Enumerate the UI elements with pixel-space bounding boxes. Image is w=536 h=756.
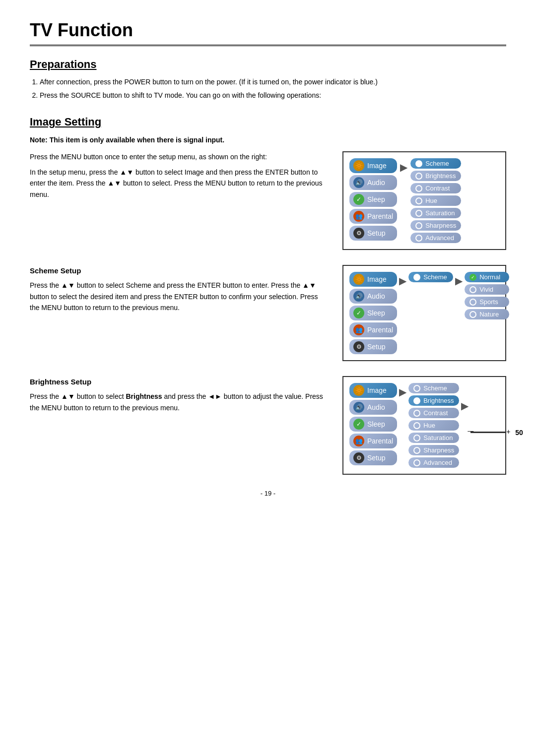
menu2-label-parental: Parental: [367, 326, 393, 334]
sub3-brightness: Brightness: [408, 395, 459, 406]
menu3-label-sleep: Sleep: [367, 420, 385, 428]
bullet3s-saturation: [413, 435, 420, 441]
arrow-icon-2: ▶: [399, 275, 406, 287]
sub-label-brightness: Brightness: [425, 172, 456, 180]
menu2-parental-icon: 👥: [353, 324, 364, 335]
menu3-sleep-icon: ✓: [353, 419, 364, 430]
level3-col-2: ✓ Normal Vivid Sports: [465, 272, 509, 354]
sub-item-scheme: Scheme: [410, 158, 461, 169]
bullet3s-sharpness: [413, 447, 420, 454]
menu-item-setup: ⚙ Setup: [349, 226, 397, 241]
setup-icon: ⚙: [353, 228, 364, 239]
scheme-setup-heading: Scheme Setup: [30, 265, 328, 277]
sub3-scheme: Scheme: [408, 383, 459, 393]
menu3-item-sleep: ✓ Sleep: [349, 417, 397, 432]
bullet3s-advanced: [413, 459, 420, 466]
bullet-saturation: [415, 210, 422, 217]
sub3-sharpness: Sharpness: [408, 445, 459, 455]
bullet-contrast: [415, 185, 422, 192]
menu-box-3: 🔆 Image 🔊 Audio ✓ Sleep 👥: [342, 376, 506, 475]
bullet-scheme: [415, 160, 422, 167]
page-number: - 19 -: [30, 490, 506, 497]
menu3-label-audio: Audio: [367, 403, 385, 411]
bullet3s-hue: [413, 422, 420, 429]
menu2-audio-icon: 🔊: [353, 291, 364, 302]
sub2-label-scheme: Scheme: [423, 273, 447, 281]
sub3-label-scheme: Scheme: [423, 384, 447, 392]
sub3-label-sharpness: Sharpness: [423, 446, 454, 454]
sub3-vivid: Vivid: [465, 284, 509, 295]
menu3-item-audio: 🔊 Audio: [349, 400, 397, 415]
parental-icon: 👥: [353, 211, 364, 222]
menu3-parental-icon: 👥: [353, 436, 364, 446]
menu3-setup-icon: ⚙: [353, 452, 364, 463]
slider-plus: +: [506, 428, 510, 436]
menu3-audio-icon: 🔊: [353, 402, 364, 413]
sub3-advanced: Advanced: [408, 457, 459, 468]
check-normal: ✓: [469, 274, 476, 281]
bullet-brightness: [415, 173, 422, 180]
image-setting-intro: Press the MENU button once to enter the …: [30, 151, 328, 162]
sub-item-brightness: Brightness: [410, 171, 461, 181]
image-setting-section: Image Setting Note: This item is only av…: [30, 116, 506, 250]
sub3-nature: Nature: [465, 309, 509, 319]
menu-item-audio: 🔊 Audio: [349, 175, 397, 190]
menu2-sleep-icon: ✓: [353, 308, 364, 318]
menu2-label-image: Image: [367, 275, 387, 283]
menu-label-parental: Parental: [367, 212, 393, 220]
menu3-label-image: Image: [367, 386, 387, 394]
sub-label-saturation: Saturation: [425, 209, 455, 217]
brightness-setup-section: Brightness Setup Press the ▲▼ button to …: [30, 376, 506, 475]
sub-item-hue: Hue: [410, 195, 461, 206]
sub3-label-advanced: Advanced: [423, 459, 452, 466]
menu-3col-3: 🔆 Image 🔊 Audio ✓ Sleep 👥: [349, 383, 499, 468]
menu-left-3: 🔆 Image 🔊 Audio ✓ Sleep 👥: [349, 383, 397, 468]
page-title: TV Function: [30, 20, 506, 46]
menu-inner-1: 🔆 Image 🔊 Audio ✓ Sleep 👥: [349, 158, 499, 243]
brightness-setup-body: Press the ▲▼ button to select Brightness…: [30, 391, 328, 413]
menu-item-image: 🔆 Image: [349, 158, 397, 173]
bullet2-scheme: [413, 274, 420, 281]
brightness-setup-text: Brightness Setup Press the ▲▼ button to …: [30, 376, 328, 417]
menu2-label-setup: Setup: [367, 343, 386, 351]
menu2-label-sleep: Sleep: [367, 309, 385, 317]
sub-item-advanced: Advanced: [410, 233, 461, 243]
arrow-icon-3b: ▶: [461, 400, 469, 412]
preparations-heading: Preparations: [30, 58, 506, 71]
menu2-item-parental: 👥 Parental: [349, 322, 397, 337]
sub3-sports: Sports: [465, 297, 509, 307]
menu3-item-parental: 👥 Parental: [349, 434, 397, 448]
bullet-hue: [415, 197, 422, 204]
audio-icon: 🔊: [353, 177, 364, 188]
menu-right-2: Scheme: [408, 272, 453, 354]
scheme-setup-text: Scheme Setup Press the ▲▼ button to sele…: [30, 265, 328, 317]
menu-arrow-1: ▶: [400, 158, 407, 243]
menu2-setup-icon: ⚙: [353, 341, 364, 352]
bullet3-vivid: [469, 286, 476, 293]
image-icon: 🔆: [353, 160, 364, 171]
sub-label-contrast: Contrast: [425, 185, 450, 192]
arrow-icon-2b: ▶: [455, 275, 463, 287]
prep-item-2: Press the SOURCE button to shift to TV m…: [40, 90, 506, 101]
menu-label-image: Image: [367, 162, 387, 170]
sub3-label-vivid: Vivid: [479, 286, 493, 293]
sub3-saturation: Saturation: [408, 433, 459, 443]
menu-right-1: Scheme Brightness Contrast Hue: [410, 158, 461, 243]
scheme-menu-box: 🔆 Image 🔊 Audio ✓ Sleep 👥: [342, 265, 506, 361]
menu-label-setup: Setup: [367, 229, 386, 237]
sub3-label-brightness: Brightness: [423, 397, 454, 404]
sub-item-sharpness: Sharpness: [410, 220, 461, 231]
menu-right-3: Scheme Brightness Contrast Hue: [408, 383, 459, 468]
brightness-slider-row: — + 50: [470, 397, 523, 468]
brightness-menu-box: 🔆 Image 🔊 Audio ✓ Sleep 👥: [342, 376, 506, 475]
sub-item-saturation: Saturation: [410, 208, 461, 218]
brightness-text1: Press the ▲▼ button to select: [30, 392, 124, 400]
menu2-item-audio: 🔊 Audio: [349, 289, 397, 304]
menu2-item-setup: ⚙ Setup: [349, 339, 397, 354]
sub3-label-sports: Sports: [479, 298, 498, 306]
menu-arrow-2: ▶: [399, 272, 406, 354]
scheme-setup-section: Scheme Setup Press the ▲▼ button to sele…: [30, 265, 506, 361]
sub3-label-normal: Normal: [479, 273, 500, 281]
menu3-item-image: 🔆 Image: [349, 383, 397, 398]
preparations-list: After connection, press the POWER button…: [40, 77, 506, 101]
